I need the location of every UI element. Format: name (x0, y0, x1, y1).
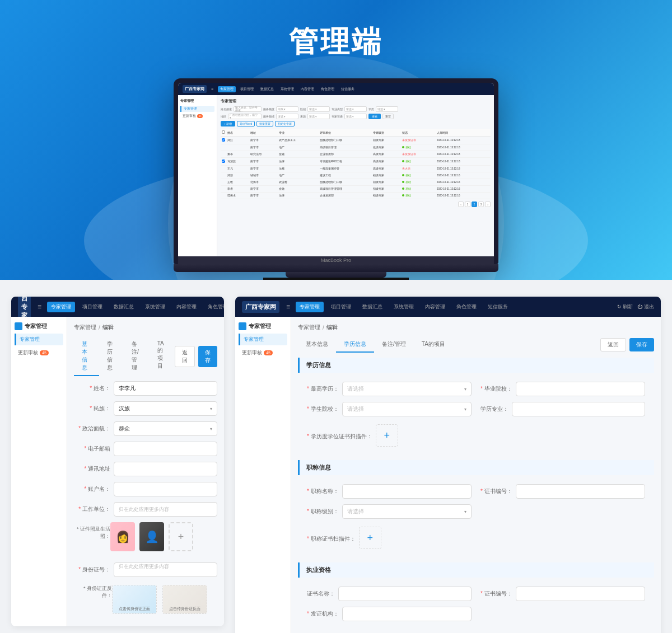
mini-nav-role: 角色管理 (319, 86, 337, 92)
input-graduate[interactable] (516, 382, 645, 396)
right-sidebar-review[interactable]: 更新审核 45 (239, 347, 287, 359)
input-qual-name[interactable] (338, 587, 472, 601)
tab-notes[interactable]: 备注/管理 (124, 337, 150, 376)
select-title-level[interactable]: 请选择 (342, 504, 472, 519)
breadcrumb-parent[interactable]: 专家管理 (74, 323, 96, 331)
left-nav-data[interactable]: 数据汇总 (110, 302, 138, 312)
title-cert-upload[interactable]: + (359, 527, 381, 549)
label-title-name: 职称名称： (307, 487, 339, 495)
input-address[interactable] (114, 462, 217, 476)
select-ethnicity[interactable]: 汉族 (114, 401, 217, 416)
table-row: 范美术南宁市法律企业发展部初级专家 基础2020-10-31 13:12:16 (221, 193, 491, 199)
right-nav-logout[interactable]: ⏻ 退出 (637, 303, 654, 311)
label-email: 电子邮箱 (74, 445, 110, 453)
select-degree[interactable]: 请选择 (342, 382, 472, 396)
page-main-title: 管理端 (289, 22, 383, 62)
input-work[interactable]: 归在此处应用更多内容 (114, 502, 217, 517)
expert-icon (15, 322, 22, 330)
input-qual-number[interactable] (516, 587, 645, 601)
label-cert-number: 证书编号： (480, 487, 512, 495)
label-ethnicity: 民族： (74, 405, 110, 412)
right-sidebar-expert[interactable]: 专家管理 (239, 334, 287, 345)
title-upload-plus: + (367, 532, 373, 544)
right-review-badge: 45 (264, 350, 273, 355)
left-hamburger[interactable]: ≡ (38, 303, 41, 311)
left-panel: 广西专家网 ≡ 专家管理 项目管理 数据汇总 系统管理 内容管理 角色管理 短信… (11, 297, 224, 626)
qualification-form: 证书名称： 证书编号： 发证机构： (298, 582, 654, 631)
label-graduate: 毕业院校： (480, 385, 512, 393)
right-tab-basic[interactable]: 基本信息 (298, 337, 336, 353)
right-nav-refresh[interactable]: ↻ 刷新 (617, 303, 633, 311)
right-nav-data[interactable]: 数据汇总 (358, 302, 386, 312)
right-breadcrumb: 专家管理 / 编辑 (298, 323, 654, 331)
label-address: 通讯地址 (74, 465, 110, 473)
mini-nav-data: 数据汇总 (258, 86, 276, 92)
mini-main-content: 专家管理 姓名搜索 输入姓名、证件号搜索... 服务频度 不限 ▾ 性别 请选 … (217, 95, 494, 256)
left-nav-system[interactable]: 系统管理 (141, 302, 169, 312)
input-qual-issuer[interactable] (342, 607, 472, 621)
photo-add-button[interactable]: + (169, 522, 193, 551)
qualification-section: 执业资格 证书名称： 证书编号： (298, 562, 654, 631)
left-nav-content[interactable]: 内容管理 (172, 302, 200, 312)
right-nav-content[interactable]: 内容管理 (421, 302, 449, 312)
right-tab-notes[interactable]: 备注/管理 (374, 337, 414, 353)
input-title-name[interactable] (342, 484, 472, 499)
right-hamburger[interactable]: ≡ (286, 303, 290, 311)
select-politics[interactable]: 群众 (114, 421, 217, 436)
right-nav-system[interactable]: 系统管理 (390, 302, 418, 312)
left-nav-role[interactable]: 角色管理 (204, 302, 224, 312)
input-account[interactable] (114, 482, 217, 496)
label-school: 学生院校： (307, 405, 339, 413)
input-id-number[interactable]: 归在此处应用更多内容 (114, 562, 217, 577)
right-tab-education[interactable]: 学历信息 (336, 337, 374, 353)
id-card-back[interactable]: 点击传身份证反面 (162, 585, 207, 614)
photo-box-2[interactable]: 👤 (139, 522, 164, 551)
left-nav-project[interactable]: 项目管理 (78, 302, 106, 312)
tab-basic-info[interactable]: 基本信息 (74, 337, 99, 376)
table-row: 王凡南宁市法规一般流量测控管高级专家 失火患2020-10-31 13:12:1… (221, 166, 491, 172)
right-tab-projects[interactable]: TA的项目 (414, 337, 453, 353)
right-breadcrumb-parent[interactable]: 专家管理 (298, 323, 320, 331)
left-sidebar-review[interactable]: 更新审核 45 (15, 347, 63, 359)
left-main: 专家管理 / 编辑 基本信息 学历信息 备注/管理 TA的项目 返回 保存 (67, 317, 224, 626)
right-admin-nav: 广西专家网 ≡ 专家管理 项目管理 数据汇总 系统管理 内容管理 角色管理 短信… (235, 297, 661, 317)
photo-box-1[interactable]: 👩 (110, 522, 135, 551)
tab-projects[interactable]: TA的项目 (150, 337, 175, 376)
right-nav-role[interactable]: 角色管理 (452, 302, 480, 312)
top-hero-section: 管理端 广西专家网 ≡ 专家管理 项目管理 数据汇总 系统管理 内容管理 角色管… (0, 0, 672, 280)
left-nav-expert[interactable]: 专家管理 (47, 302, 75, 312)
input-email[interactable] (114, 442, 217, 456)
form-group-ethnicity: 民族： 汉族 (74, 401, 217, 416)
id-upload-area: 点击传身份证正面 点击传身份证反面 (112, 585, 207, 614)
right-nav-sms[interactable]: 短信服务 (484, 302, 512, 312)
label-id-number: 身份证号： (74, 566, 110, 574)
tab-education[interactable]: 学历信息 (99, 337, 124, 376)
input-major[interactable] (512, 402, 645, 416)
education-section: 学历信息 最高学历： 请选择 毕业院校： (298, 358, 654, 460)
right-nav-expert[interactable]: 专家管理 (296, 302, 324, 312)
edu-cert-upload[interactable]: + (376, 424, 398, 447)
left-save-button[interactable]: 保存 (198, 346, 217, 367)
avatar-male: 👤 (139, 522, 164, 551)
right-nav-project[interactable]: 项目管理 (327, 302, 355, 312)
id-card-front[interactable]: 点击传身份证正面 (112, 585, 157, 614)
education-section-header: 学历信息 (298, 358, 654, 373)
select-school[interactable]: 请选择 (342, 402, 472, 416)
right-tab-bar: 基本信息 学历信息 备注/管理 TA的项目 (298, 337, 453, 352)
form-group-account: 账户名： (74, 482, 217, 496)
basic-info-form: 姓名： 李李凡 民族： 汉族 政治面貌： 群众 电子邮箱 (74, 381, 217, 614)
label-title-level: 职称级别： (307, 508, 339, 515)
education-form: 最高学历： 请选择 毕业院校： 学生院校： 请选择 (298, 377, 654, 460)
input-cert-number[interactable] (516, 484, 645, 499)
right-sidebar-title: 专家管理 (239, 322, 287, 330)
right-save-button[interactable]: 保存 (629, 338, 654, 351)
mini-sidebar-expert: 专家管理 (180, 106, 214, 112)
left-return-button[interactable]: 返回 (175, 346, 195, 367)
edu-row-1: 最高学历： 请选择 毕业院校： (307, 382, 645, 396)
table-row: 秦布研究法用金融企业发展部高级专家 未发放证书2020-10-31 13:12:… (221, 151, 491, 158)
left-sidebar-expert[interactable]: 专家管理 (15, 334, 63, 345)
mini-page-title: 专家管理 (221, 99, 491, 104)
input-name[interactable]: 李李凡 (114, 381, 217, 396)
right-return-button[interactable]: 返回 (600, 338, 626, 351)
mini-sidebar-title: 专家管理 (180, 99, 214, 104)
